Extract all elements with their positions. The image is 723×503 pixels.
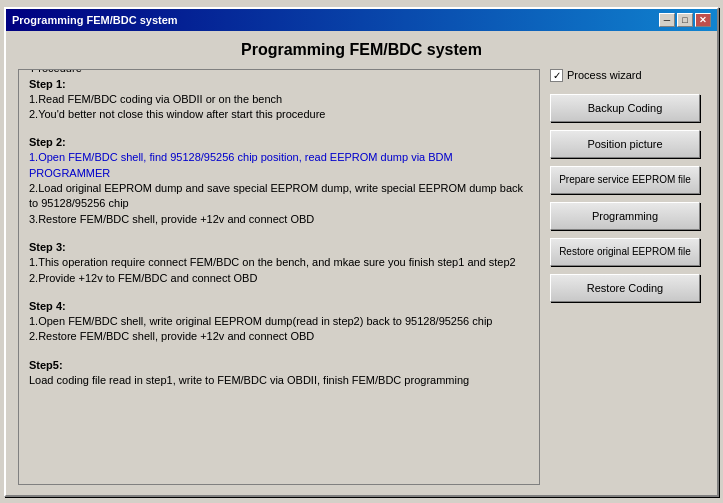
minimize-button[interactable]: ─ <box>659 13 675 27</box>
position-picture-button[interactable]: Position picture <box>550 130 700 158</box>
title-bar: Programming FEM/BDC system ─ □ ✕ <box>6 9 717 31</box>
step-4: Step 4: 1.Open FEM/BDC shell, write orig… <box>29 300 529 345</box>
step-5-line-1: Load coding file read in step1, write to… <box>29 373 529 388</box>
step-4-line-2: 2.Restore FEM/BDC shell, provide +12v an… <box>29 329 529 344</box>
programming-button[interactable]: Programming <box>550 202 700 230</box>
step-2-line-2: 2.Load original EEPROM dump and save spe… <box>29 181 529 212</box>
process-wizard-label: Process wizard <box>567 69 642 81</box>
step-1-line-1: 1.Read FEM/BDC coding via OBDII or on th… <box>29 92 529 107</box>
step-3-title: Step 3: <box>29 241 529 253</box>
step-1: Step 1: 1.Read FEM/BDC coding via OBDII … <box>29 78 529 123</box>
step-3-line-2: 2.Provide +12v to FEM/BDC and connect OB… <box>29 271 529 286</box>
right-panel: ✓ Process wizard Backup Coding Position … <box>550 69 705 485</box>
step-1-title: Step 1: <box>29 78 529 90</box>
step-2-line-1: 1.Open FEM/BDC shell, find 95128/95256 c… <box>29 150 529 181</box>
process-wizard-checkbox[interactable]: ✓ <box>550 69 563 82</box>
close-button[interactable]: ✕ <box>695 13 711 27</box>
restore-original-eeprom-button[interactable]: Restore original EEPROM file <box>550 238 700 266</box>
step-1-line-2: 2.You'd better not close this window aft… <box>29 107 529 122</box>
restore-coding-button[interactable]: Restore Coding <box>550 274 700 302</box>
main-area: Procedure Step 1: 1.Read FEM/BDC coding … <box>18 69 705 485</box>
window-content: Programming FEM/BDC system Procedure Ste… <box>6 31 717 495</box>
step-2: Step 2: 1.Open FEM/BDC shell, find 95128… <box>29 136 529 227</box>
step-3: Step 3: 1.This operation require connect… <box>29 241 529 286</box>
step-3-line-1: 1.This operation require connect FEM/BDC… <box>29 255 529 270</box>
prepare-service-eeprom-button[interactable]: Prepare service EEPROM file <box>550 166 700 194</box>
procedure-box: Procedure Step 1: 1.Read FEM/BDC coding … <box>18 69 540 485</box>
process-wizard-row: ✓ Process wizard <box>550 69 705 82</box>
step-2-line-3: 3.Restore FEM/BDC shell, provide +12v an… <box>29 212 529 227</box>
step-4-line-1: 1.Open FEM/BDC shell, write original EEP… <box>29 314 529 329</box>
window-title: Programming FEM/BDC system <box>12 14 178 26</box>
maximize-button[interactable]: □ <box>677 13 693 27</box>
page-title: Programming FEM/BDC system <box>18 41 705 59</box>
step-5-title: Step5: <box>29 359 529 371</box>
backup-coding-button[interactable]: Backup Coding <box>550 94 700 122</box>
procedure-label: Procedure <box>27 69 86 74</box>
main-window: Programming FEM/BDC system ─ □ ✕ Program… <box>4 7 719 497</box>
title-bar-controls: ─ □ ✕ <box>659 13 711 27</box>
step-5: Step5: Load coding file read in step1, w… <box>29 359 529 388</box>
step-2-title: Step 2: <box>29 136 529 148</box>
step-4-title: Step 4: <box>29 300 529 312</box>
